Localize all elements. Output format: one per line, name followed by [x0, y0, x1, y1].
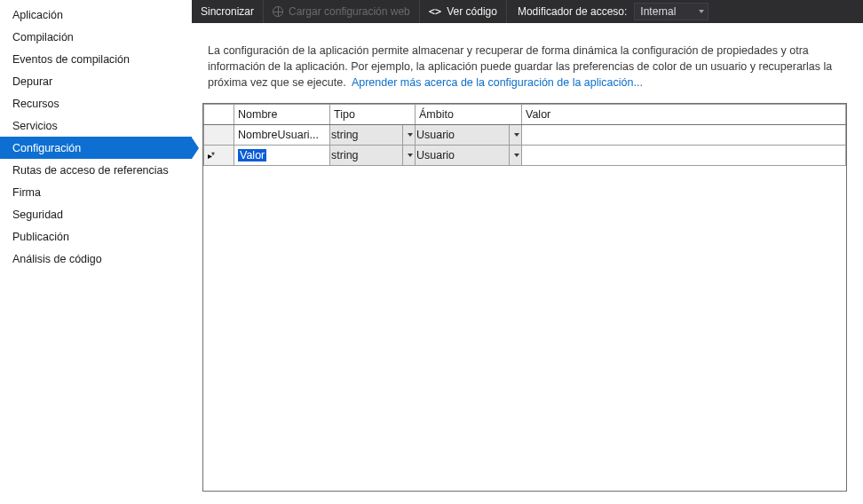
chevron-down-icon	[408, 154, 413, 157]
grid-header-name[interactable]: Nombre	[234, 105, 330, 125]
learn-more-link[interactable]: Aprender más acerca de la configuración …	[352, 76, 643, 89]
chevron-down-icon	[514, 154, 519, 157]
cell-scope-text: Usuario	[416, 129, 455, 141]
access-modifier-select-box[interactable]: Internal	[634, 3, 709, 20]
cell-type[interactable]: string	[330, 146, 416, 166]
table-row[interactable]: NombreUsuari... string Usuario	[204, 125, 846, 146]
access-modifier-value: Internal	[640, 5, 676, 18]
cell-scope[interactable]: Usuario	[416, 125, 522, 146]
chevron-down-icon	[514, 133, 519, 137]
access-modifier-label-text: Modificador de acceso:	[518, 5, 627, 18]
dropdown-arrow[interactable]	[509, 146, 522, 165]
sidebar-item-resources[interactable]: Recursos	[0, 92, 192, 114]
settings-grid[interactable]: Nombre Tipo Ámbito Valor NombreUsuari...…	[203, 104, 846, 166]
cell-type[interactable]: string	[330, 125, 416, 146]
sync-button[interactable]: Sincronizar	[192, 0, 264, 23]
load-web-config-button: Cargar configuración web	[264, 0, 420, 23]
grid-header-type[interactable]: Tipo	[330, 105, 416, 125]
sidebar-item-label: Aplicación	[12, 9, 63, 21]
cell-type-text: string	[331, 149, 359, 161]
access-modifier-select[interactable]: Internal	[634, 0, 716, 23]
cell-scope[interactable]: Usuario	[416, 146, 522, 166]
cell-scope-text: Usuario	[416, 149, 455, 161]
sidebar-item-label: Eventos de compilación	[12, 53, 130, 66]
sidebar-item-settings[interactable]: Configuración	[0, 137, 192, 159]
dropdown-arrow[interactable]	[402, 125, 416, 145]
code-icon: <>	[429, 5, 441, 18]
sidebar-item-reference-paths[interactable]: Rutas de acceso de referencias	[0, 159, 192, 181]
sidebar-item-services[interactable]: Servicios	[0, 114, 192, 137]
sidebar-item-label: Servicios	[12, 120, 58, 132]
globe-icon	[273, 6, 283, 17]
sidebar-item-label: Análisis de código	[12, 253, 102, 265]
settings-grid-container: Nombre Tipo Ámbito Valor NombreUsuari...…	[202, 103, 847, 492]
grid-header-value-label: Valor	[526, 108, 550, 121]
cell-value[interactable]	[522, 146, 846, 166]
row-selector[interactable]	[204, 125, 234, 146]
dropdown-arrow[interactable]	[402, 146, 416, 165]
sync-button-label: Sincronizar	[201, 5, 254, 18]
settings-toolbar: Sincronizar Cargar configuración web <> …	[192, 0, 863, 23]
cell-type-text: string	[331, 129, 359, 141]
view-code-label: Ver código	[447, 5, 497, 18]
view-code-button[interactable]: <> Ver código	[420, 0, 507, 23]
sidebar-item-build[interactable]: Compilación	[0, 26, 192, 48]
cell-name-editing[interactable]: Valor	[234, 146, 330, 166]
access-modifier-label: Modificador de acceso:	[507, 0, 634, 23]
load-web-config-label: Cargar configuración web	[289, 5, 410, 18]
sidebar-item-signing[interactable]: Firma	[0, 181, 192, 203]
properties-sidebar: Aplicación Compilación Eventos de compil…	[0, 0, 192, 504]
sidebar-item-label: Configuración	[12, 142, 81, 154]
sidebar-item-label: Rutas de acceso de referencias	[12, 164, 169, 177]
sidebar-item-label: Compilación	[12, 31, 74, 43]
main-panel: Sincronizar Cargar configuración web <> …	[192, 0, 863, 504]
chevron-down-icon	[408, 133, 413, 137]
grid-header-scope-label: Ámbito	[419, 108, 454, 121]
grid-header-row: Nombre Tipo Ámbito Valor	[204, 105, 846, 125]
sidebar-item-label: Seguridad	[12, 209, 63, 221]
sidebar-item-label: Publicación	[12, 231, 69, 243]
sidebar-item-debug[interactable]: Depurar	[0, 70, 192, 92]
sidebar-item-label: Depurar	[12, 75, 52, 88]
sidebar-item-security[interactable]: Seguridad	[0, 203, 192, 225]
chevron-down-icon	[699, 10, 704, 13]
sidebar-item-label: Recursos	[12, 98, 59, 110]
cell-name[interactable]: NombreUsuari...	[234, 125, 330, 146]
sidebar-item-build-events[interactable]: Eventos de compilación	[0, 48, 192, 70]
cell-name-text: NombreUsuari...	[238, 129, 319, 141]
grid-header-scope[interactable]: Ámbito	[416, 105, 522, 125]
grid-header-selector	[204, 105, 234, 125]
project-properties-root: Aplicación Compilación Eventos de compil…	[0, 0, 863, 504]
sidebar-item-application[interactable]: Aplicación	[0, 4, 192, 26]
dropdown-arrow[interactable]	[509, 125, 522, 145]
grid-header-value[interactable]: Valor	[522, 105, 846, 125]
grid-header-type-label: Tipo	[334, 108, 355, 121]
settings-description: La configuración de la aplicación permit…	[192, 23, 863, 103]
sidebar-item-label: Firma	[12, 186, 41, 199]
table-row[interactable]: Valor string Usuario	[204, 146, 846, 166]
row-selector-new[interactable]	[204, 146, 234, 166]
sidebar-item-code-analysis[interactable]: Análisis de código	[0, 248, 192, 270]
cell-name-editing-text: Valor	[238, 149, 266, 161]
sidebar-item-publish[interactable]: Publicación	[0, 225, 192, 248]
grid-header-name-label: Nombre	[238, 108, 277, 121]
cell-value[interactable]	[522, 125, 846, 146]
